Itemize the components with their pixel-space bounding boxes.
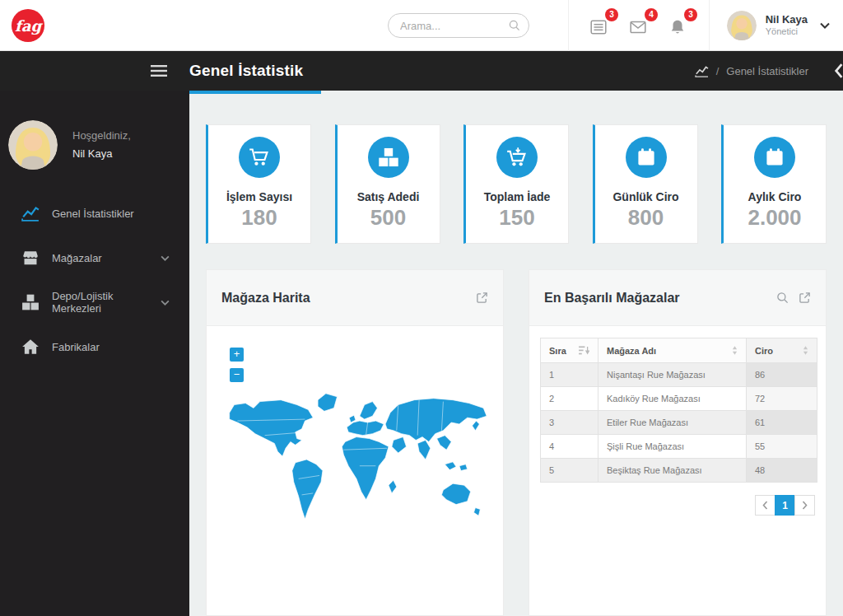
map-panel-body: + − (207, 326, 503, 615)
chevron-right-icon (802, 501, 808, 510)
hamburger-icon[interactable] (151, 64, 167, 77)
external-link-icon[interactable] (799, 292, 811, 304)
cell-sira: 4 (541, 435, 598, 459)
table-row[interactable]: 4 Şişli Rue Mağazası 55 (541, 435, 817, 459)
cell-ciro: 86 (747, 363, 817, 387)
chart-line-icon (21, 205, 40, 222)
stat-value: 150 (466, 205, 568, 231)
column-header-ciro[interactable]: Ciro (747, 338, 817, 363)
cell-sira: 2 (541, 387, 598, 411)
search-icon[interactable] (508, 19, 521, 32)
messages-button[interactable]: 4 (628, 16, 650, 35)
chevron-down-icon (161, 255, 170, 261)
home-icon (21, 338, 40, 355)
external-link-icon[interactable] (476, 292, 488, 304)
stat-card-gunluk-ciro: Günlük Ciro 800 (593, 124, 698, 244)
sort-icon (803, 346, 808, 355)
pagination-next-button[interactable] (794, 495, 815, 516)
table-row[interactable]: 5 Beşiktaş Rue Mağazası 48 (541, 459, 817, 483)
zoom-icon[interactable] (776, 292, 789, 304)
table-row[interactable]: 2 Kadıköy Rue Mağazası 72 (541, 387, 817, 411)
top-stores-panel: En Başarılı Mağazalar (529, 269, 827, 616)
profile-greeting: Hoşgeldiniz, (72, 127, 131, 145)
chevron-left-icon (762, 501, 768, 510)
sidebar: Hoşgeldiniz, Nil Kaya Genel İstatistikle… (0, 51, 189, 616)
stat-card-aylik-ciro: Aylık Ciro 2.000 (721, 124, 827, 244)
cell-magaza: Nişantaşı Rue Mağazası (598, 363, 747, 387)
pagination-page-1[interactable]: 1 (775, 495, 795, 516)
sidebar-item-label: Fabrikalar (52, 341, 170, 353)
panels: Mağaza Harita + − (206, 269, 827, 616)
active-tab-indicator (189, 91, 321, 94)
stat-card-toplam-iade: Toplam İade 150 (463, 124, 569, 244)
cell-magaza: Kadıköy Rue Mağazası (598, 387, 747, 411)
sidebar-profile: Hoşgeldiniz, Nil Kaya (0, 91, 189, 170)
top-stores-actions (776, 292, 811, 304)
stat-label: İşlem Sayısı (208, 190, 310, 203)
avatar-image (727, 11, 757, 40)
cell-magaza: Beşiktaş Rue Mağazası (598, 459, 747, 483)
cell-ciro: 61 (747, 411, 817, 435)
sidebar-top (0, 51, 189, 91)
user-avatar (727, 11, 757, 40)
profile-text: Hoşgeldiniz, Nil Kaya (72, 127, 131, 163)
top-stores-table: Sıra Mağaza Adı (540, 338, 817, 483)
page-header: Genel İstatistik / Genel İstatistikler (189, 51, 843, 91)
sidebar-nav: Genel İstatistikler Mağazalar Depo/L (0, 191, 189, 369)
world-map[interactable] (218, 389, 491, 534)
alerts-badge: 3 (684, 8, 697, 21)
messages-badge: 4 (645, 8, 658, 21)
profile-name: Nil Kaya (72, 145, 131, 163)
cell-ciro: 55 (747, 435, 817, 459)
boxes-icon (368, 137, 409, 178)
breadcrumb-separator: / (716, 65, 720, 77)
pagination: 1 (540, 495, 815, 516)
calendar-icon (626, 137, 667, 178)
stat-value: 2.000 (724, 205, 826, 231)
page-title: Genel İstatistik (189, 62, 303, 80)
top-stores-header: En Başarılı Mağazalar (529, 270, 826, 326)
profile-avatar (8, 120, 58, 170)
user-menu[interactable]: Nil Kaya Yönetici (714, 0, 843, 51)
stat-label: Günlük Ciro (595, 190, 697, 203)
svg-text:fag: fag (15, 16, 44, 35)
chevron-down-icon (161, 300, 170, 306)
sidebar-item-magazalar[interactable]: Mağazalar (0, 236, 189, 280)
breadcrumb-link[interactable]: Genel İstatistikler (726, 65, 808, 77)
table-row[interactable]: 3 Etiler Rue Mağazası 61 (541, 411, 817, 435)
map-zoom-out-button[interactable]: − (230, 368, 244, 382)
content: İşlem Sayısı 180 Satış Adedi 500 Toplam … (189, 91, 843, 616)
sidebar-item-label: Depo/Lojistik Merkezleri (52, 290, 161, 315)
stat-label: Aylık Ciro (724, 190, 826, 203)
pagination-prev-button[interactable] (755, 495, 775, 516)
logo-icon: fag (11, 8, 45, 43)
stat-card-satis-adedi: Satış Adedi 500 (335, 124, 440, 244)
cell-magaza: Şişli Rue Mağazası (598, 435, 747, 459)
logo[interactable]: fag (11, 8, 45, 43)
map-panel-title: Mağaza Harita (221, 291, 310, 306)
stat-card-islem-sayisi: İşlem Sayısı 180 (206, 124, 311, 244)
sidebar-item-depo-lojistik[interactable]: Depo/Lojistik Merkezleri (0, 280, 189, 324)
stat-value: 180 (208, 205, 310, 231)
table-row[interactable]: 1 Nişantaşı Rue Mağazası 86 (541, 363, 817, 387)
cell-sira: 1 (541, 363, 598, 387)
tasks-badge: 3 (605, 8, 618, 21)
store-icon (21, 250, 40, 266)
cell-ciro: 72 (747, 387, 817, 411)
map-zoom-in-button[interactable]: + (230, 348, 244, 362)
cell-sira: 5 (541, 459, 598, 483)
stat-value: 800 (595, 205, 697, 231)
alerts-button[interactable]: 3 (668, 16, 689, 35)
topbar: fag 3 4 (0, 0, 843, 51)
stat-label: Satış Adedi (338, 190, 440, 203)
column-header-magaza-adi[interactable]: Mağaza Adı (598, 338, 747, 363)
sidebar-item-genel-istatistikler[interactable]: Genel İstatistikler (0, 191, 189, 236)
top-stores-title: En Başarılı Mağazalar (544, 291, 680, 306)
chevron-left-icon[interactable] (829, 63, 843, 78)
map-panel-actions (476, 292, 488, 304)
tasks-button[interactable]: 3 (589, 16, 610, 35)
sidebar-item-fabrikalar[interactable]: Fabrikalar (0, 324, 189, 369)
cell-ciro: 48 (747, 459, 817, 483)
bell-icon (668, 18, 687, 36)
column-header-sira[interactable]: Sıra (541, 338, 598, 363)
